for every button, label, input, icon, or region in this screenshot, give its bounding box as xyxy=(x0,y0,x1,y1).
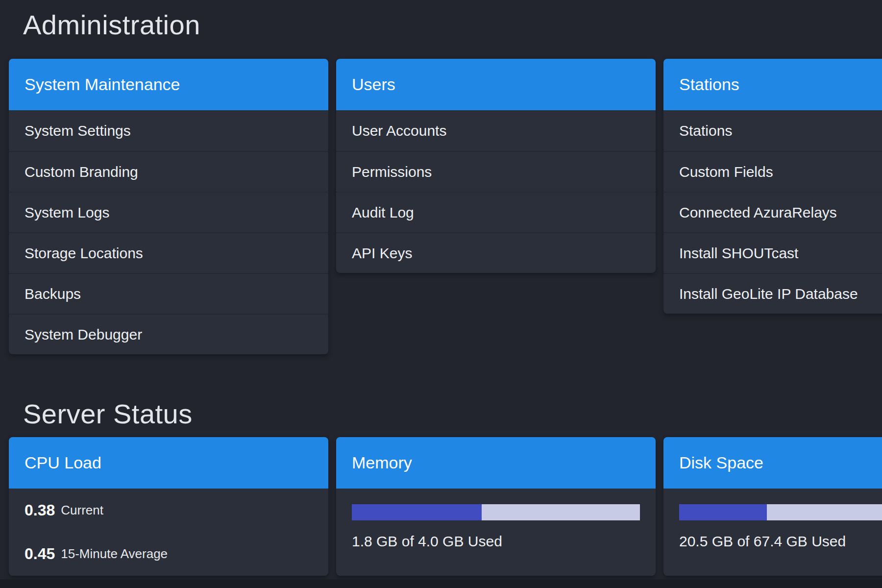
list-item-install-shoutcast[interactable]: Install SHOUTcast xyxy=(663,232,882,273)
system-maintenance-card-header: System Maintenance xyxy=(9,59,328,110)
list-item-audit-log[interactable]: Audit Log xyxy=(336,192,656,232)
memory-gauge-body: 1.8 GB of 4.0 GB Used xyxy=(336,489,656,550)
cpu-current-value: 0.38 xyxy=(24,501,55,519)
list-item-system-settings[interactable]: System Settings xyxy=(9,110,328,151)
cpu-average-label: 15-Minute Average xyxy=(61,546,168,562)
users-list: User Accounts Permissions Audit Log API … xyxy=(336,110,656,273)
stations-list: Stations Custom Fields Connected AzuraRe… xyxy=(663,110,882,314)
list-item-storage-locations[interactable]: Storage Locations xyxy=(9,232,328,273)
disk-usage-text: 20.5 GB of 67.4 GB Used xyxy=(679,533,882,550)
cpu-average-row: 0.45 15-Minute Average xyxy=(9,532,328,576)
memory-progress-track xyxy=(352,504,640,520)
system-maintenance-list: System Settings Custom Branding System L… xyxy=(9,110,328,354)
card-title: Users xyxy=(352,75,395,94)
disk-progress-fill xyxy=(679,504,767,520)
list-item-system-debugger[interactable]: System Debugger xyxy=(9,314,328,354)
disk-space-card-header: Disk Space xyxy=(663,437,882,489)
cpu-load-card: CPU Load 0.38 Current 0.45 15-Minute Ave… xyxy=(9,437,328,576)
system-maintenance-card: System Maintenance System Settings Custo… xyxy=(9,59,328,354)
users-card: Users User Accounts Permissions Audit Lo… xyxy=(336,59,656,273)
card-title: System Maintenance xyxy=(24,75,180,94)
memory-card: Memory 1.8 GB of 4.0 GB Used xyxy=(336,437,656,576)
list-item-stations[interactable]: Stations xyxy=(663,110,882,151)
memory-card-header: Memory xyxy=(336,437,656,489)
cpu-load-card-header: CPU Load xyxy=(9,437,328,489)
card-title: Stations xyxy=(679,75,739,94)
status-cards-row: CPU Load 0.38 Current 0.45 15-Minute Ave… xyxy=(9,437,882,576)
list-item-permissions[interactable]: Permissions xyxy=(336,151,656,192)
list-item-custom-fields[interactable]: Custom Fields xyxy=(663,151,882,192)
server-status-heading: Server Status xyxy=(23,398,193,430)
stations-card-header: Stations xyxy=(663,59,882,110)
cpu-average-value: 0.45 xyxy=(24,545,55,563)
admin-cards-row: System Maintenance System Settings Custo… xyxy=(9,59,882,354)
card-title: Disk Space xyxy=(679,453,763,472)
bottom-edge-strip xyxy=(0,579,882,588)
list-item-custom-branding[interactable]: Custom Branding xyxy=(9,151,328,192)
card-title: Memory xyxy=(352,453,412,472)
stations-card: Stations Stations Custom Fields Connecte… xyxy=(663,59,882,314)
administration-heading: Administration xyxy=(23,9,200,41)
disk-gauge-body: 20.5 GB of 67.4 GB Used xyxy=(663,489,882,550)
list-item-api-keys[interactable]: API Keys xyxy=(336,232,656,273)
cpu-current-label: Current xyxy=(61,503,103,518)
card-title: CPU Load xyxy=(24,453,101,472)
list-item-user-accounts[interactable]: User Accounts xyxy=(336,110,656,151)
list-item-connected-azurarelays[interactable]: Connected AzuraRelays xyxy=(663,192,882,232)
disk-space-card: Disk Space 20.5 GB of 67.4 GB Used xyxy=(663,437,882,576)
list-item-install-geolite[interactable]: Install GeoLite IP Database xyxy=(663,273,882,314)
users-card-header: Users xyxy=(336,59,656,110)
disk-progress-track xyxy=(679,504,882,520)
cpu-current-row: 0.38 Current xyxy=(9,489,328,532)
memory-progress-fill xyxy=(352,504,482,520)
list-item-backups[interactable]: Backups xyxy=(9,273,328,314)
list-item-system-logs[interactable]: System Logs xyxy=(9,192,328,232)
memory-usage-text: 1.8 GB of 4.0 GB Used xyxy=(352,533,640,550)
